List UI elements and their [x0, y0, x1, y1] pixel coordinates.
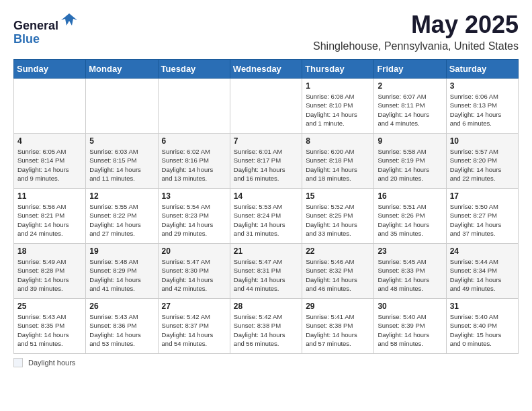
day-number: 23 [378, 246, 442, 256]
calendar-table: SundayMondayTuesdayWednesdayThursdayFrid… [13, 59, 519, 354]
calendar-cell: 27Sunrise: 5:42 AM Sunset: 8:37 PM Dayli… [158, 299, 230, 354]
day-info: Sunrise: 5:49 AM Sunset: 8:28 PM Dayligh… [17, 257, 82, 293]
day-number: 29 [306, 302, 370, 311]
calendar-cell [86, 79, 158, 134]
logo: General Blue [13, 11, 79, 46]
calendar-cell: 15Sunrise: 5:52 AM Sunset: 8:25 PM Dayli… [302, 189, 374, 244]
day-info: Sunrise: 5:47 AM Sunset: 8:31 PM Dayligh… [234, 257, 298, 293]
day-info: Sunrise: 5:43 AM Sunset: 8:36 PM Dayligh… [89, 312, 154, 348]
day-number: 24 [450, 246, 515, 256]
calendar-cell: 28Sunrise: 5:42 AM Sunset: 8:38 PM Dayli… [230, 299, 302, 354]
day-info: Sunrise: 6:05 AM Sunset: 8:14 PM Dayligh… [17, 147, 82, 183]
day-info: Sunrise: 5:40 AM Sunset: 8:40 PM Dayligh… [450, 312, 515, 348]
day-info: Sunrise: 5:51 AM Sunset: 8:26 PM Dayligh… [378, 202, 442, 238]
day-number: 4 [17, 136, 82, 146]
legend-label: Daylight hours [28, 359, 75, 367]
day-info: Sunrise: 5:50 AM Sunset: 8:27 PM Dayligh… [450, 202, 515, 238]
day-number: 8 [306, 136, 370, 146]
day-info: Sunrise: 6:06 AM Sunset: 8:13 PM Dayligh… [450, 92, 515, 128]
day-number: 15 [306, 191, 370, 201]
column-header-saturday: Saturday [446, 60, 518, 79]
column-header-monday: Monday [86, 60, 158, 79]
calendar-cell: 21Sunrise: 5:47 AM Sunset: 8:31 PM Dayli… [230, 244, 302, 299]
calendar-cell: 31Sunrise: 5:40 AM Sunset: 8:40 PM Dayli… [446, 299, 518, 354]
legend-box [13, 358, 23, 367]
day-info: Sunrise: 5:53 AM Sunset: 8:24 PM Dayligh… [234, 202, 298, 238]
title-block: May 2025 Shinglehouse, Pennsylvania, Uni… [313, 11, 519, 52]
calendar-cell: 9Sunrise: 5:58 AM Sunset: 8:19 PM Daylig… [374, 134, 446, 189]
header: General Blue May 2025 Shinglehouse, Penn… [13, 11, 519, 52]
calendar-week-row: 18Sunrise: 5:49 AM Sunset: 8:28 PM Dayli… [14, 244, 519, 299]
day-info: Sunrise: 6:08 AM Sunset: 8:10 PM Dayligh… [306, 92, 370, 128]
day-number: 26 [89, 302, 154, 311]
calendar-cell [14, 79, 86, 134]
day-info: Sunrise: 5:57 AM Sunset: 8:20 PM Dayligh… [450, 147, 515, 183]
day-info: Sunrise: 6:01 AM Sunset: 8:17 PM Dayligh… [234, 147, 298, 183]
day-info: Sunrise: 5:41 AM Sunset: 8:38 PM Dayligh… [306, 312, 370, 348]
day-info: Sunrise: 5:40 AM Sunset: 8:39 PM Dayligh… [378, 312, 442, 348]
calendar-cell: 11Sunrise: 5:56 AM Sunset: 8:21 PM Dayli… [14, 189, 86, 244]
calendar-cell [158, 79, 230, 134]
day-number: 16 [378, 191, 442, 201]
calendar-cell: 23Sunrise: 5:45 AM Sunset: 8:33 PM Dayli… [374, 244, 446, 299]
day-number: 5 [89, 136, 154, 146]
calendar-cell: 26Sunrise: 5:43 AM Sunset: 8:36 PM Dayli… [86, 299, 158, 354]
calendar-week-row: 1Sunrise: 6:08 AM Sunset: 8:10 PM Daylig… [14, 79, 519, 134]
day-number: 28 [234, 302, 298, 311]
day-info: Sunrise: 5:54 AM Sunset: 8:23 PM Dayligh… [162, 202, 226, 238]
calendar-cell: 17Sunrise: 5:50 AM Sunset: 8:27 PM Dayli… [446, 189, 518, 244]
calendar-week-row: 25Sunrise: 5:43 AM Sunset: 8:35 PM Dayli… [14, 299, 519, 354]
column-header-sunday: Sunday [14, 60, 86, 79]
day-info: Sunrise: 5:56 AM Sunset: 8:21 PM Dayligh… [17, 202, 82, 238]
column-header-friday: Friday [374, 60, 446, 79]
calendar-cell [230, 79, 302, 134]
page: General Blue May 2025 Shinglehouse, Penn… [0, 0, 532, 374]
day-number: 19 [89, 246, 154, 256]
calendar-cell: 25Sunrise: 5:43 AM Sunset: 8:35 PM Dayli… [14, 299, 86, 354]
day-info: Sunrise: 5:47 AM Sunset: 8:30 PM Dayligh… [162, 257, 226, 293]
day-info: Sunrise: 5:42 AM Sunset: 8:38 PM Dayligh… [234, 312, 298, 348]
day-number: 9 [378, 136, 442, 146]
column-header-wednesday: Wednesday [230, 60, 302, 79]
calendar-cell: 13Sunrise: 5:54 AM Sunset: 8:23 PM Dayli… [158, 189, 230, 244]
day-number: 12 [89, 191, 154, 201]
calendar-cell: 1Sunrise: 6:08 AM Sunset: 8:10 PM Daylig… [302, 79, 374, 134]
day-number: 14 [234, 191, 298, 201]
legend: Daylight hours [13, 358, 519, 367]
calendar-header-row: SundayMondayTuesdayWednesdayThursdayFrid… [14, 60, 519, 79]
day-info: Sunrise: 5:46 AM Sunset: 8:32 PM Dayligh… [306, 257, 370, 293]
calendar-cell: 6Sunrise: 6:02 AM Sunset: 8:16 PM Daylig… [158, 134, 230, 189]
day-info: Sunrise: 6:00 AM Sunset: 8:18 PM Dayligh… [306, 147, 370, 183]
day-number: 11 [17, 191, 82, 201]
day-info: Sunrise: 6:03 AM Sunset: 8:15 PM Dayligh… [89, 147, 154, 183]
calendar-cell: 24Sunrise: 5:44 AM Sunset: 8:34 PM Dayli… [446, 244, 518, 299]
day-info: Sunrise: 6:07 AM Sunset: 8:11 PM Dayligh… [378, 92, 442, 128]
day-number: 31 [450, 302, 515, 311]
calendar-cell: 14Sunrise: 5:53 AM Sunset: 8:24 PM Dayli… [230, 189, 302, 244]
day-info: Sunrise: 5:45 AM Sunset: 8:33 PM Dayligh… [378, 257, 442, 293]
day-number: 20 [162, 246, 226, 256]
day-info: Sunrise: 5:42 AM Sunset: 8:37 PM Dayligh… [162, 312, 226, 348]
svg-marker-0 [61, 13, 77, 26]
calendar-cell: 8Sunrise: 6:00 AM Sunset: 8:18 PM Daylig… [302, 134, 374, 189]
calendar-cell: 30Sunrise: 5:40 AM Sunset: 8:39 PM Dayli… [374, 299, 446, 354]
day-number: 7 [234, 136, 298, 146]
logo-blue: Blue [13, 32, 40, 46]
column-header-thursday: Thursday [302, 60, 374, 79]
day-number: 22 [306, 246, 370, 256]
calendar-cell: 7Sunrise: 6:01 AM Sunset: 8:17 PM Daylig… [230, 134, 302, 189]
day-info: Sunrise: 6:02 AM Sunset: 8:16 PM Dayligh… [162, 147, 226, 183]
day-number: 13 [162, 191, 226, 201]
location-title: Shinglehouse, Pennsylvania, United State… [313, 40, 519, 52]
day-number: 1 [306, 81, 370, 91]
day-info: Sunrise: 5:48 AM Sunset: 8:29 PM Dayligh… [89, 257, 154, 293]
calendar-cell: 12Sunrise: 5:55 AM Sunset: 8:22 PM Dayli… [86, 189, 158, 244]
calendar-cell: 22Sunrise: 5:46 AM Sunset: 8:32 PM Dayli… [302, 244, 374, 299]
logo-general: General [13, 19, 58, 32]
day-number: 17 [450, 191, 515, 201]
calendar-week-row: 4Sunrise: 6:05 AM Sunset: 8:14 PM Daylig… [14, 134, 519, 189]
calendar-week-row: 11Sunrise: 5:56 AM Sunset: 8:21 PM Dayli… [14, 189, 519, 244]
day-info: Sunrise: 5:58 AM Sunset: 8:19 PM Dayligh… [378, 147, 442, 183]
day-number: 3 [450, 81, 515, 91]
calendar-cell: 5Sunrise: 6:03 AM Sunset: 8:15 PM Daylig… [86, 134, 158, 189]
